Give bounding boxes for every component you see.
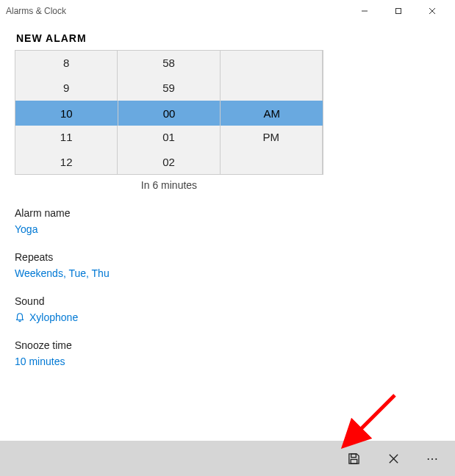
close-window-button[interactable] [415,0,449,22]
selected-ampm[interactable]: AM [221,101,323,126]
snooze-field[interactable]: Snooze time 10 minutes [15,339,440,367]
ampm-option [221,149,322,174]
cancel-button[interactable] [377,444,409,473]
bell-icon [15,312,25,322]
time-hint: In 6 minutes [15,179,323,191]
sound-value-text: Xylophone [29,311,78,323]
maximize-button[interactable] [381,0,415,22]
sound-label: Sound [15,295,440,307]
svg-rect-1 [396,9,401,14]
minute-option[interactable]: 01 [118,125,219,150]
sound-value[interactable]: Xylophone [15,311,440,323]
alarm-name-value[interactable]: Yoga [15,223,440,235]
svg-rect-4 [351,453,356,457]
selected-time-row: 10 00 AM [15,101,323,126]
window-title: Alarms & Clock [6,6,348,16]
repeats-value[interactable]: Weekends, Tue, Thu [15,267,440,279]
hour-option[interactable]: 11 [15,125,117,150]
titlebar: Alarms & Clock [0,0,455,22]
svg-line-8 [346,395,395,444]
page-title: NEW ALARM [16,32,440,44]
alarm-name-field[interactable]: Alarm name Yoga [15,207,440,235]
hour-option[interactable]: 12 [15,149,117,174]
hour-option[interactable]: 8 [15,51,117,76]
save-button[interactable] [337,444,370,473]
content-area: NEW ALARM 8 9 11 12 58 59 01 02 PM 10 00… [0,22,455,367]
alarm-name-label: Alarm name [15,207,440,219]
command-bar: ⋯ [0,441,455,476]
selected-minute[interactable]: 00 [118,101,221,126]
ampm-option[interactable]: PM [221,125,322,150]
save-icon [348,452,360,465]
close-icon [387,452,400,465]
ampm-option [221,51,322,76]
ampm-option [221,76,322,101]
minimize-button[interactable] [348,0,381,22]
snooze-value[interactable]: 10 minutes [15,356,440,367]
snooze-label: Snooze time [15,339,440,351]
repeats-label: Repeats [15,251,440,263]
hour-option[interactable]: 9 [15,76,117,101]
repeats-field[interactable]: Repeats Weekends, Tue, Thu [15,251,440,279]
more-button[interactable]: ⋯ [417,444,449,473]
minute-option[interactable]: 02 [118,149,219,174]
selected-hour[interactable]: 10 [15,101,118,126]
svg-rect-5 [351,459,357,464]
more-icon: ⋯ [426,452,440,466]
minute-option[interactable]: 59 [118,76,219,101]
time-picker[interactable]: 8 9 11 12 58 59 01 02 PM 10 00 AM [15,50,323,175]
minute-option[interactable]: 58 [118,51,219,76]
sound-field[interactable]: Sound Xylophone [15,295,440,323]
